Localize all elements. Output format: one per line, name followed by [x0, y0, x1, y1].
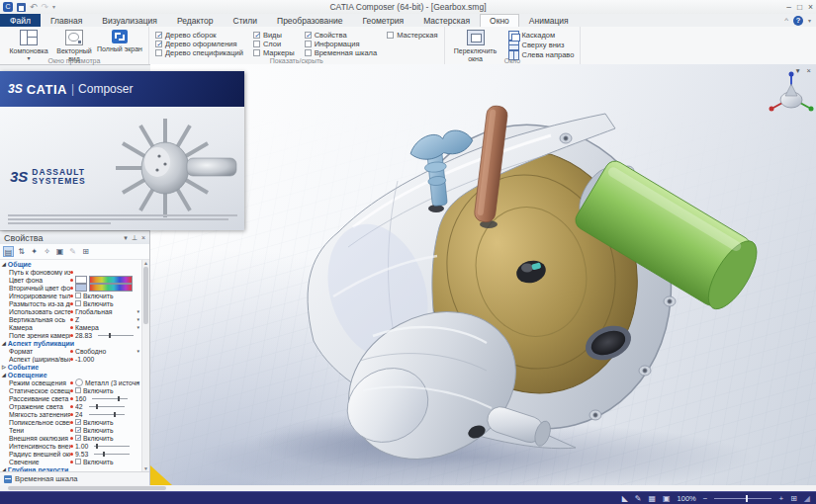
- slider[interactable]: [92, 398, 128, 399]
- cascade-button[interactable]: Каскадом: [508, 31, 575, 40]
- zoom-in-icon[interactable]: +: [778, 493, 783, 504]
- image-icon[interactable]: ▣: [54, 246, 65, 257]
- property-row[interactable]: Режим освещенияМеталл (3 источн▾: [0, 378, 141, 386]
- help-dropdown-icon[interactable]: ▾: [808, 17, 811, 24]
- dropdown-icon[interactable]: ▾: [136, 316, 139, 322]
- timeline-tab[interactable]: Временная шкала: [0, 471, 149, 485]
- tab-transform[interactable]: Преобразование: [267, 14, 352, 27]
- section-publish-aspect[interactable]: ◢Аспект публикации: [0, 339, 141, 347]
- tab-geometry[interactable]: Геометрия: [352, 14, 413, 27]
- property-row[interactable]: Радиус внешней окклюз...9.53: [0, 450, 141, 458]
- tile-horizontal-button[interactable]: Сверху вниз: [508, 41, 575, 49]
- zoom-slider[interactable]: [714, 498, 771, 499]
- tab-home[interactable]: Главная: [41, 14, 92, 27]
- property-row[interactable]: Попиксельное освещение✓Включить: [0, 418, 141, 426]
- checkbox-icon[interactable]: [75, 387, 81, 393]
- section-depth-of-field[interactable]: ◢Глубина резкости: [0, 465, 141, 471]
- property-row[interactable]: Аспект (ширина/высота)-1.000: [0, 355, 141, 363]
- section-lighting[interactable]: ◢Освещение: [0, 371, 141, 378]
- checkbox-icon[interactable]: [75, 300, 81, 306]
- property-row[interactable]: Цвет фона: [0, 276, 141, 284]
- checkbox-workshop[interactable]: Мастерская: [387, 31, 437, 39]
- maximize-button[interactable]: □: [797, 2, 802, 12]
- dropdown-icon[interactable]: ▾: [136, 348, 139, 354]
- zoom-slider-thumb[interactable]: [746, 495, 748, 502]
- checkbox-properties[interactable]: ✓ Свойства: [305, 31, 377, 39]
- edit-icon[interactable]: ✎: [67, 246, 78, 257]
- section-general[interactable]: ◢Общие: [0, 260, 141, 268]
- tab-window[interactable]: Окно: [480, 14, 519, 27]
- slider[interactable]: [89, 406, 125, 407]
- property-row[interactable]: Использовать систему ...Глобальная▾: [0, 307, 141, 315]
- dropdown-icon[interactable]: ▾: [136, 379, 139, 385]
- pointer-mode-icon[interactable]: ◣: [622, 493, 628, 504]
- slider[interactable]: [98, 335, 134, 336]
- checkbox-timeline[interactable]: Временная шкала: [305, 48, 377, 56]
- fullscreen-button[interactable]: Полный экран: [97, 29, 142, 53]
- panel-menu-icon[interactable]: ▾: [124, 234, 128, 242]
- checkbox-markers[interactable]: Маркеры: [253, 48, 295, 56]
- minimize-button[interactable]: –: [786, 2, 791, 12]
- property-row[interactable]: КамераКамера▾: [0, 323, 141, 331]
- pane-close-icon[interactable]: ×: [807, 66, 811, 75]
- tab-workshop[interactable]: Мастерская: [413, 14, 480, 27]
- checkbox-information[interactable]: Информация: [305, 40, 377, 47]
- fullscreen-toggle-icon[interactable]: ⊞: [790, 493, 797, 504]
- checkbox-icon[interactable]: ✓: [75, 419, 81, 425]
- checkbox-icon[interactable]: [75, 293, 81, 298]
- tab-animation[interactable]: Анимация: [519, 14, 579, 27]
- property-row[interactable]: Поле зрения камеры28.83: [0, 331, 141, 339]
- property-row[interactable]: Статическое освещениеВключить: [0, 386, 141, 394]
- tab-visualization[interactable]: Визуализация: [92, 14, 167, 27]
- grid-icon[interactable]: ▦: [648, 493, 656, 504]
- checkbox-assembly-tree[interactable]: ✓ Дерево сборок: [155, 31, 243, 39]
- categorize-icon[interactable]: ▤: [3, 246, 14, 257]
- radio-icon[interactable]: [75, 378, 83, 386]
- section-event[interactable]: ▷Событие: [0, 363, 141, 371]
- checkbox-icon[interactable]: ✓: [75, 427, 81, 433]
- pane-menu-icon[interactable]: ▾: [796, 66, 800, 75]
- checkbox-bom-tree[interactable]: Дерево спецификаций: [155, 48, 243, 56]
- new-window-icon[interactable]: ⊞: [80, 246, 91, 257]
- color-gradient-bar[interactable]: [89, 276, 133, 284]
- property-row[interactable]: Игнорирование тыльной...Включить: [0, 292, 141, 299]
- close-button[interactable]: ×: [808, 2, 813, 12]
- checkbox-layers[interactable]: Слои: [253, 40, 295, 47]
- apply-effect-icon[interactable]: ✦: [29, 246, 40, 257]
- property-row[interactable]: ФорматСвободно▾: [0, 347, 141, 355]
- checkbox-icon[interactable]: ✓: [75, 435, 81, 441]
- color-gradient-bar[interactable]: [89, 284, 133, 292]
- tab-editor[interactable]: Редактор: [167, 14, 224, 27]
- property-row[interactable]: Вторичный цвет фона: [0, 284, 141, 292]
- property-row[interactable]: Тени✓Включить: [0, 426, 141, 434]
- 3d-viewport[interactable]: ▾ ×: [150, 64, 816, 485]
- property-row[interactable]: Размытость из-за движ...Включить: [0, 299, 141, 307]
- slider[interactable]: [94, 446, 130, 447]
- reset-effect-icon[interactable]: ✧: [42, 246, 52, 257]
- dropdown-icon[interactable]: ▾: [136, 308, 139, 314]
- slider[interactable]: [89, 414, 125, 415]
- property-row[interactable]: СвечениеВключить: [0, 458, 141, 465]
- scroll-up-icon[interactable]: ▲: [143, 260, 148, 266]
- panel-pin-icon[interactable]: ⊥: [132, 234, 137, 242]
- property-row[interactable]: Рассеивание света160: [0, 394, 141, 402]
- color-swatch[interactable]: [75, 284, 87, 292]
- zoom-out-icon[interactable]: −: [703, 493, 708, 504]
- fit-view-icon[interactable]: ▣: [663, 493, 671, 504]
- horizontal-scroll-thumb[interactable]: [8, 486, 166, 490]
- scroll-down-icon[interactable]: ▼: [143, 465, 148, 471]
- checkbox-markup-tree[interactable]: ✓ Дерево оформления: [155, 40, 243, 47]
- annotate-icon[interactable]: ✎: [635, 493, 642, 504]
- scroll-thumb[interactable]: [143, 267, 148, 324]
- property-row[interactable]: Интенсивность внешней...1.00: [0, 442, 141, 450]
- property-row[interactable]: Вертикальная осьZ▾: [0, 315, 141, 323]
- property-row[interactable]: Отражение света42: [0, 402, 141, 410]
- sort-alpha-icon[interactable]: ⇅: [16, 246, 27, 257]
- slider[interactable]: [94, 454, 130, 455]
- properties-scrollbar[interactable]: ▲ ▼: [141, 260, 149, 471]
- checkbox-icon[interactable]: [75, 459, 81, 464]
- property-row[interactable]: Мягкость затенения24: [0, 410, 141, 418]
- property-row[interactable]: Внешняя окклюзия✓Включить: [0, 434, 141, 442]
- resize-grip[interactable]: ◢: [804, 494, 810, 503]
- checkbox-views[interactable]: ✓ Виды: [253, 31, 295, 39]
